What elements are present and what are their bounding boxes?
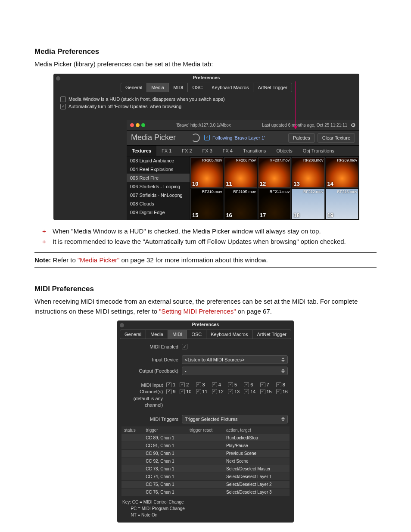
thumbnail[interactable]: RF212.mov18 (292, 189, 324, 219)
clear-texture-button[interactable]: Clear Texture (318, 133, 355, 143)
mp-tab[interactable]: Objects (271, 146, 297, 156)
tab-general[interactable]: General (120, 330, 146, 339)
checkbox-icon[interactable] (196, 389, 201, 394)
channel-checkbox[interactable]: 8 (276, 382, 288, 387)
tab-osc[interactable]: OSC (187, 330, 206, 339)
channel-checkbox[interactable]: 3 (196, 382, 208, 387)
mp-tab[interactable]: FX 1 (156, 146, 177, 156)
channel-checkbox[interactable]: 10 (180, 389, 191, 394)
checkbox-icon[interactable] (166, 382, 171, 387)
checkbox-icon[interactable] (212, 382, 217, 387)
tab-keyboard-macros[interactable]: Keyboard Macros (207, 83, 253, 92)
table-row[interactable]: CC 92, Chan 1Next Scene (121, 457, 290, 465)
checkbox-icon[interactable] (212, 389, 217, 394)
input-device-select[interactable]: <Listen to All MIDI Sources> (182, 355, 288, 364)
close-icon[interactable] (120, 323, 124, 327)
checkbox-icon[interactable] (244, 382, 249, 387)
table-row[interactable]: CC 75, Chan 1Select/Deselect Layer 2 (121, 480, 290, 488)
sidebar-item[interactable]: 006 Starfields - Looping (127, 182, 190, 191)
channel-checkbox[interactable]: 11 (196, 389, 208, 394)
tab-general[interactable]: General (121, 83, 147, 92)
checkbox-icon[interactable] (244, 389, 249, 394)
media-folder-sidebar[interactable]: 003 Liquid Ambiance004 Reel Explosions00… (127, 156, 190, 220)
palettes-button[interactable]: Palettes (288, 133, 315, 143)
thumbnail[interactable]: RF213.mov19 (326, 189, 358, 219)
sidebar-item[interactable]: 007 Strfields - NnLoopng (127, 191, 190, 199)
table-row[interactable]: CC 76, Chan 1Select/Deselect Layer 3 (121, 488, 290, 496)
prefs-tab-bar[interactable]: GeneralMediaMIDIOSCKeyboard MacrosArtNet… (121, 83, 292, 92)
gear-icon[interactable]: ⚙ (351, 122, 356, 128)
window-traffic-lights[interactable] (130, 123, 145, 127)
checkbox-icon[interactable] (180, 382, 185, 387)
channel-checkbox[interactable]: 15 (260, 389, 272, 394)
mp-tab[interactable]: FX 3 (197, 146, 218, 156)
table-row[interactable]: CC 74, Chan 1Select/Deselect Layer 1 (121, 473, 290, 480)
mp-tab[interactable]: Textures (127, 146, 156, 156)
thumbnail-grid[interactable]: RF205.mov10RF206.mov11RF207.mov12RF208.m… (190, 156, 359, 220)
tab-artnet-trigger[interactable]: ArtNet Trigger (252, 330, 290, 339)
setting-midi-link[interactable]: "Setting MIDI Preferences" (159, 308, 236, 315)
thumbnail[interactable]: RF207.mov12 (258, 157, 291, 188)
output-feedback-row[interactable]: Output (Feedback) - (117, 365, 294, 376)
channel-checkbox[interactable]: 6 (244, 382, 255, 387)
output-feedback-select[interactable]: - (182, 367, 288, 375)
tab-osc[interactable]: OSC (188, 83, 207, 92)
checkbox-icon[interactable] (166, 389, 171, 394)
tab-media[interactable]: Media (147, 83, 169, 92)
table-row[interactable]: CC 89, Chan 1RunLocked/Stop (121, 434, 290, 442)
checkbox-icon[interactable] (276, 382, 281, 387)
following-checkbox[interactable]: Following 'Bravo Layer 1' (204, 135, 265, 140)
midi-channels-row[interactable]: MIDI Input Channel(s)(default is any cha… (117, 381, 294, 410)
channel-checkbox[interactable]: 16 (276, 389, 288, 394)
channel-checkbox[interactable]: 7 (260, 382, 272, 387)
refresh-icon[interactable] (191, 134, 200, 142)
thumbnail[interactable]: RF205.mov10 (190, 157, 223, 188)
hud-checkbox-row[interactable]: Media Window is a HUD (stuck in front, d… (53, 96, 359, 103)
table-row[interactable]: CC 91, Chan 1Play/Pause (121, 442, 290, 449)
checkbox-icon[interactable] (260, 382, 265, 387)
sidebar-item[interactable]: 004 Reel Explosions (127, 165, 190, 174)
tab-media[interactable]: Media (146, 330, 168, 339)
midi-triggers-row[interactable]: MIDI Triggers Trigger Selected Fixtures (117, 414, 294, 425)
thumbnail[interactable]: RF209.mov14 (326, 157, 358, 188)
checkbox-icon[interactable] (60, 104, 66, 109)
sidebar-item[interactable]: 009 Digital Edge (127, 208, 190, 217)
mp-tab[interactable]: FX 2 (177, 146, 197, 156)
channel-checkbox[interactable]: 1 (166, 382, 175, 387)
channel-checkbox-grid[interactable]: 12345678910111213141516 (166, 382, 288, 394)
media-picker-link[interactable]: "Media Picker" (78, 256, 119, 264)
checkbox-icon[interactable] (204, 135, 210, 140)
tab-midi[interactable]: MIDI (169, 83, 188, 92)
follow-updates-checkbox-row[interactable]: Automatically turn off 'Follow Updates' … (53, 103, 359, 110)
channel-checkbox[interactable]: 13 (228, 389, 240, 394)
thumbnail[interactable]: RF211.mov17 (258, 189, 291, 219)
input-device-row[interactable]: Input Device <Listen to All MIDI Sources… (117, 354, 294, 365)
channel-checkbox[interactable]: 12 (212, 389, 224, 394)
tab-midi[interactable]: MIDI (168, 330, 187, 339)
checkbox-icon[interactable] (196, 382, 201, 387)
table-row[interactable]: CC 73, Chan 1Select/Deselect Master (121, 465, 290, 473)
table-row[interactable]: CC 90, Chan 1Previous Scene (121, 449, 290, 457)
tab-artnet-trigger[interactable]: ArtNet Trigger (253, 83, 291, 92)
checkbox-icon[interactable]: ✓ (182, 344, 187, 349)
midi-triggers-select[interactable]: Trigger Selected Fixtures (182, 415, 288, 423)
thumbnail[interactable]: RF210.mov15 (190, 189, 223, 219)
sidebar-item[interactable]: 005 Reel Fire (127, 174, 190, 182)
checkbox-icon[interactable] (228, 389, 233, 394)
media-picker-tabs[interactable]: TexturesFX 1FX 2FX 3FX 4TransitionsObjec… (127, 146, 359, 156)
thumbnail[interactable]: RF208.mov13 (292, 157, 324, 188)
mp-tab[interactable]: FX 4 (218, 146, 238, 156)
checkbox-icon[interactable] (228, 382, 233, 387)
sidebar-item[interactable]: 008 Clouds (127, 199, 190, 208)
thumbnail[interactable]: RF210S.mov16 (224, 189, 257, 219)
sidebar-item[interactable]: 003 Liquid Ambiance (127, 156, 190, 165)
mp-tab[interactable]: Transitions (238, 146, 271, 156)
channel-checkbox[interactable]: 5 (228, 382, 240, 387)
tab-keyboard-macros[interactable]: Keyboard Macros (206, 330, 252, 339)
checkbox-icon[interactable] (180, 389, 185, 394)
channel-checkbox[interactable]: 14 (244, 389, 255, 394)
checkbox-icon[interactable] (276, 389, 281, 394)
thumbnail[interactable]: RF206.mov11 (224, 157, 257, 188)
channel-checkbox[interactable]: 4 (212, 382, 224, 387)
checkbox-icon[interactable] (60, 96, 66, 102)
